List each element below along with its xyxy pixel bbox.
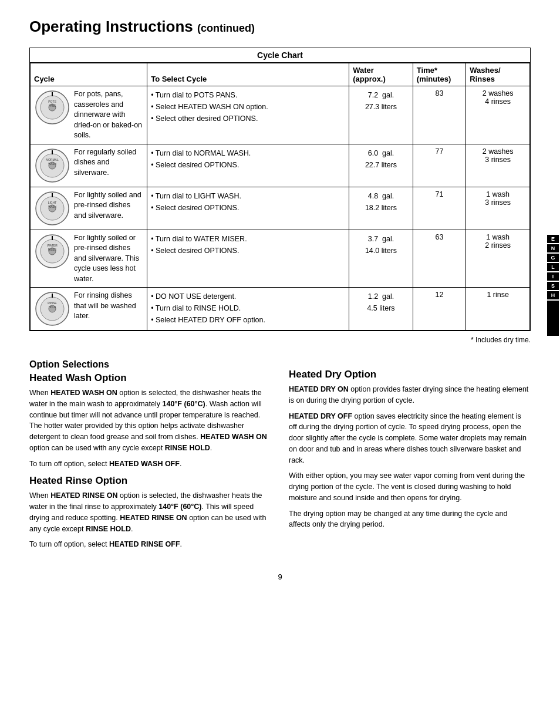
table-row: LIGHT WASH For lightly soiled and pre-ri… xyxy=(31,187,147,230)
heated-rinse-paragraph-2: To turn off option, select HEATED RINSE … xyxy=(29,539,271,550)
dial-image: NORMAL WASH xyxy=(34,147,70,184)
to-select-header: To Select Cycle xyxy=(147,63,349,86)
heated-wash-paragraph-2: To turn off option, select HEATED WASH O… xyxy=(29,459,271,470)
cycle-chart: Cycle Chart Cycle To Select Cycle Water(… xyxy=(29,48,531,331)
to-select-cell: • Turn dial to POTS PANS.• Select HEATED… xyxy=(147,86,349,144)
cycle-description: For lightly soiled and pre-rinsed dishes… xyxy=(74,190,143,221)
options-container: Option Selections Heated Wash Option Whe… xyxy=(29,356,531,555)
to-select-cell: • Turn dial to WATER MISER.• Select desi… xyxy=(147,230,349,288)
time-cell: 71 xyxy=(413,187,466,230)
page-number: 9 xyxy=(29,572,531,581)
heated-dry-paragraph-1: HEATED DRY ON option provides faster dry… xyxy=(289,384,531,406)
svg-text:RINSE: RINSE xyxy=(48,301,57,305)
cycle-chart-title: Cycle Chart xyxy=(30,48,530,63)
cycle-description: For pots, pans, casseroles and dinnerwar… xyxy=(74,89,143,141)
side-tab: ENGLISH xyxy=(547,235,560,336)
page-title: Operating Instructions (continued) xyxy=(29,18,531,36)
svg-text:MISER: MISER xyxy=(48,248,57,251)
time-cell: 77 xyxy=(413,144,466,187)
washes-cell: 2 washes4 rinses xyxy=(466,86,530,144)
svg-text:WASH: WASH xyxy=(48,163,56,166)
side-tab-letter: S xyxy=(547,282,559,290)
washes-header: Washes/Rinses xyxy=(466,63,530,86)
washes-cell: 1 rinse xyxy=(466,288,530,331)
dial-image: POTS PANS xyxy=(34,89,70,126)
cycle-table: Cycle To Select Cycle Water(approx.) Tim… xyxy=(30,63,530,331)
side-tab-barcode xyxy=(547,301,559,336)
svg-text:PANS: PANS xyxy=(49,105,56,107)
heated-wash-title: Heated Wash Option xyxy=(29,372,271,384)
side-tab-letter: H xyxy=(547,291,559,299)
water-cell: 4.8 gal.18.2 liters xyxy=(349,187,413,230)
heated-dry-paragraph-3: With either option, you may see water va… xyxy=(289,470,531,503)
svg-text:POTS: POTS xyxy=(48,100,56,103)
water-cell: 7.2 gal.27.3 liters xyxy=(349,86,413,144)
time-cell: 12 xyxy=(413,288,466,331)
to-select-cell: • DO NOT USE detergent.• Turn dial to RI… xyxy=(147,288,349,331)
side-tab-letter: G xyxy=(547,254,559,262)
table-row: RINSE HOLD For rinsing dishes that will … xyxy=(31,288,147,331)
options-right: Heated Dry Option HEATED DRY ON option p… xyxy=(289,356,531,555)
dial-image: WATER MISER xyxy=(34,233,70,269)
cycle-description: For lightly soiled or pre-rinsed dishes … xyxy=(74,233,143,285)
cycle-description: For rinsing dishes that will be washed l… xyxy=(74,291,143,322)
svg-text:WASH: WASH xyxy=(48,205,56,208)
table-row: WATER MISER For lightly soiled or pre-ri… xyxy=(31,230,147,288)
heated-rinse-paragraph-1: When HEATED RINSE ON option is selected,… xyxy=(29,490,271,534)
options-left: Option Selections Heated Wash Option Whe… xyxy=(29,356,271,555)
water-cell: 6.0 gal.22.7 liters xyxy=(349,144,413,187)
heated-rinse-title: Heated Rinse Option xyxy=(29,475,271,487)
svg-text:WATER: WATER xyxy=(47,244,58,247)
side-tab-letter: L xyxy=(547,263,559,271)
dial-image: LIGHT WASH xyxy=(34,190,70,227)
svg-text:NORMAL: NORMAL xyxy=(46,158,59,161)
water-cell: 3.7 gal.14.0 liters xyxy=(349,230,413,288)
option-selections-title: Option Selections xyxy=(29,359,271,370)
footnote: * Includes dry time. xyxy=(29,336,531,344)
washes-cell: 1 wash3 rinses xyxy=(466,187,530,230)
washes-cell: 1 wash2 rinses xyxy=(466,230,530,288)
heated-dry-paragraph-4: The drying option may be changed at any … xyxy=(289,508,531,531)
washes-cell: 2 washes3 rinses xyxy=(466,144,530,187)
svg-text:LIGHT: LIGHT xyxy=(48,201,57,204)
to-select-cell: • Turn dial to LIGHT WASH.• Select desir… xyxy=(147,187,349,230)
time-header: Time*(minutes) xyxy=(413,63,466,86)
heated-dry-title: Heated Dry Option xyxy=(289,369,531,380)
side-tab-letter: E xyxy=(547,235,559,243)
table-row: NORMAL WASH For regularly soiled dishes … xyxy=(31,144,147,187)
cycle-description: For regularly soiled dishes and silverwa… xyxy=(74,147,143,178)
heated-wash-paragraph-1: When HEATED WASH ON option is selected, … xyxy=(29,387,271,454)
to-select-cell: • Turn dial to NORMAL WASH.• Select desi… xyxy=(147,144,349,187)
svg-text:HOLD: HOLD xyxy=(49,306,56,309)
table-row: POTS PANS For pots, pans, casseroles and… xyxy=(31,86,147,144)
water-cell: 1.2 gal.4.5 liters xyxy=(349,288,413,331)
water-header: Water(approx.) xyxy=(349,63,413,86)
heated-dry-paragraph-2: HEATED DRY OFF option saves electricity … xyxy=(289,411,531,466)
cycle-header: Cycle xyxy=(31,63,147,86)
time-cell: 63 xyxy=(413,230,466,288)
side-tab-letter: I xyxy=(547,272,559,281)
dial-image: RINSE HOLD xyxy=(34,291,70,327)
side-tab-letter: N xyxy=(547,244,559,252)
time-cell: 83 xyxy=(413,86,466,144)
